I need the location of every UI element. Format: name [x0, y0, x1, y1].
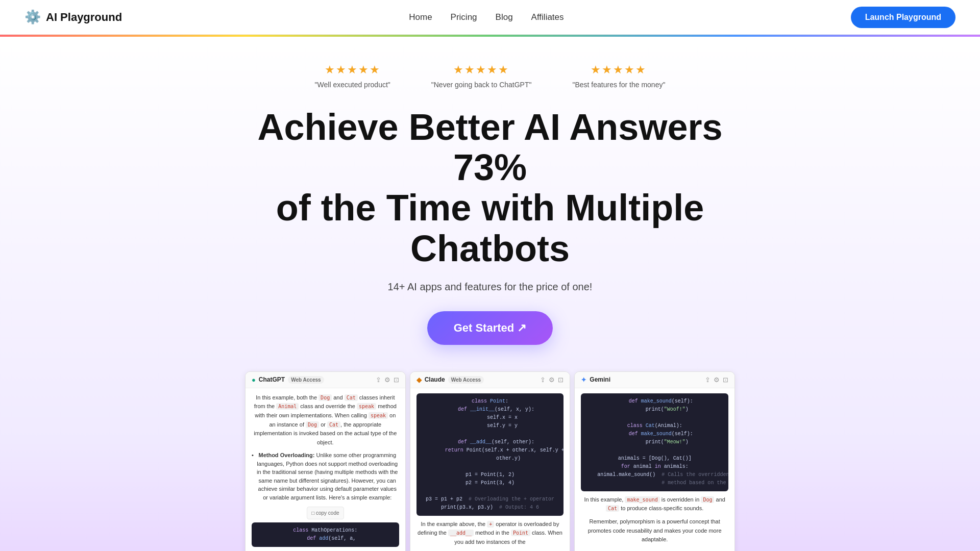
hero-section: ★★★★★ "Well executed product" ★★★★★ "Nev…	[0, 37, 980, 551]
share-icon[interactable]: ⇪	[705, 376, 710, 384]
gemini-icon: ✦	[581, 376, 586, 384]
nav-link-pricing[interactable]: Pricing	[451, 12, 477, 22]
claude-body: class Point: def __init__(self, x, y): s…	[410, 388, 570, 551]
reviews-row: ★★★★★ "Well executed product" ★★★★★ "Nev…	[315, 63, 666, 89]
logo-text: AI Playground	[46, 11, 122, 24]
claude-header: ◆ Claude Web Access ⇪ ⚙ ⊡	[410, 372, 570, 388]
quote-2: "Never going back to ChatGPT"	[431, 81, 532, 89]
chatgpt-panel: ● ChatGPT Web Access ⇪ ⚙ ⊡ In this examp…	[245, 371, 406, 551]
chatgpt-icon: ●	[252, 376, 256, 384]
chatgpt-header: ● ChatGPT Web Access ⇪ ⚙ ⊡	[246, 372, 405, 388]
stars-1: ★★★★★	[325, 63, 381, 77]
gemini-panel: ✦ Gemini ⇪ ⚙ ⊡ def make_sound(self): pri…	[574, 371, 735, 551]
nav-link-blog[interactable]: Blog	[496, 12, 513, 22]
chatgpt-header-actions: ⇪ ⚙ ⊡	[376, 376, 399, 384]
launch-playground-button[interactable]: Launch Playground	[851, 7, 955, 28]
quote-1: "Well executed product"	[315, 81, 390, 89]
gemini-code: def make_sound(self): print("Woof!") cla…	[581, 393, 728, 491]
share-icon[interactable]: ⇪	[376, 376, 381, 384]
gemini-header-actions: ⇪ ⚙ ⊡	[705, 376, 728, 384]
gemini-name: Gemini	[590, 376, 610, 383]
chatbot-grid-top: ● ChatGPT Web Access ⇪ ⚙ ⊡ In this examp…	[245, 371, 735, 551]
review-2: ★★★★★ "Never going back to ChatGPT"	[431, 63, 532, 89]
chatgpt-code: class MathOperations: def add(self, a,	[252, 522, 399, 547]
hero-subline: 14+ AI apps and features for the price o…	[388, 281, 593, 293]
logo[interactable]: ⚙️ AI Playground	[24, 9, 122, 25]
claude-header-actions: ⇪ ⚙ ⊡	[540, 376, 564, 384]
nav-links: Home Pricing Blog Affiliates	[409, 12, 564, 22]
share-icon[interactable]: ⇪	[540, 376, 546, 384]
chatgpt-name: ChatGPT	[259, 376, 285, 383]
copy-icon[interactable]: ⊡	[558, 376, 564, 384]
claude-icon: ◆	[416, 376, 422, 384]
claude-code: class Point: def __init__(self, x, y): s…	[416, 393, 564, 516]
chatbot-grid-wrapper: ● ChatGPT Web Access ⇪ ⚙ ⊡ In this examp…	[245, 371, 735, 551]
chatgpt-body: In this example, both the Dog and Cat cl…	[246, 388, 405, 551]
settings-icon[interactable]: ⚙	[549, 376, 555, 384]
nav-link-affiliates[interactable]: Affiliates	[531, 12, 564, 22]
settings-icon[interactable]: ⚙	[384, 376, 390, 384]
gemini-body: def make_sound(self): print("Woof!") cla…	[575, 388, 734, 551]
copy-code-bar[interactable]: □ copy code	[307, 507, 344, 519]
quote-3: "Best features for the money"	[572, 81, 665, 89]
nav-link-home[interactable]: Home	[409, 12, 432, 22]
claude-panel: ◆ Claude Web Access ⇪ ⚙ ⊡ class Point: d…	[410, 371, 571, 551]
hero-headline: Achieve Better AI Answers 73% of the Tim…	[245, 107, 735, 269]
logo-icon: ⚙️	[24, 9, 41, 25]
copy-icon[interactable]: ⊡	[394, 376, 399, 384]
copy-icon[interactable]: ⊡	[723, 376, 728, 384]
stars-2: ★★★★★	[453, 63, 509, 77]
stars-3: ★★★★★	[591, 63, 647, 77]
gemini-header: ✦ Gemini ⇪ ⚙ ⊡	[575, 372, 734, 388]
claude-web-badge: Web Access	[448, 376, 484, 384]
settings-icon[interactable]: ⚙	[714, 376, 720, 384]
navbar: ⚙️ AI Playground Home Pricing Blog Affil…	[0, 0, 980, 35]
review-1: ★★★★★ "Well executed product"	[315, 63, 390, 89]
review-3: ★★★★★ "Best features for the money"	[572, 63, 665, 89]
claude-name: Claude	[425, 376, 445, 383]
get-started-label: Get Started ↗	[454, 321, 527, 335]
get-started-button[interactable]: Get Started ↗	[427, 311, 553, 345]
chatgpt-web-badge: Web Access	[288, 376, 324, 384]
